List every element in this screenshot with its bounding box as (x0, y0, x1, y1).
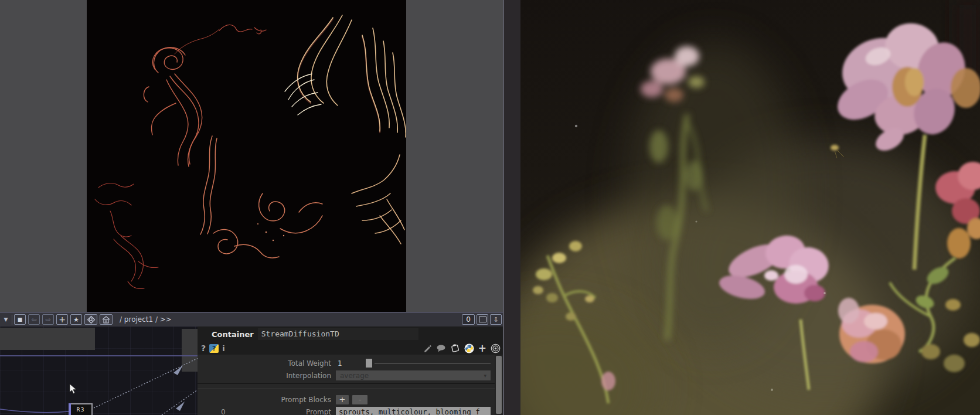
prompt-blocks-remove-button[interactable]: - (352, 395, 368, 404)
forward-button[interactable]: ⇨ (42, 314, 54, 325)
operator-family-label: Container (212, 330, 254, 339)
info-icon[interactable]: i (222, 344, 224, 353)
prompt-block-index: 0 (221, 408, 226, 415)
back-button[interactable]: ⇦ (28, 314, 40, 325)
help-icon[interactable]: ? (201, 343, 206, 353)
python-icon[interactable] (464, 343, 474, 353)
mouse-cursor (69, 383, 77, 394)
flower-scene (520, 0, 980, 415)
stop-button[interactable]: ■ (14, 314, 26, 325)
comment-bubble-icon[interactable] (436, 344, 446, 353)
operator-name-field[interactable]: StreamDiffusionTD (258, 328, 418, 340)
chop-node[interactable]: R3 (69, 403, 93, 415)
chevron-down-icon: ▾ (484, 373, 486, 379)
pane-menu-arrow-icon[interactable]: ▼ (2, 317, 10, 322)
parameter-scrollbar[interactable] (495, 355, 503, 415)
add-parameter-icon[interactable]: + (478, 343, 486, 353)
prompt-text-field[interactable]: sprouts, multicolour, blooming f (336, 407, 491, 415)
prompt-blocks-add-button[interactable]: + (336, 395, 349, 404)
interpolation-value: average (340, 372, 369, 380)
parameter-body: Total Weight 1 Interpolation average (198, 355, 495, 415)
prompt-blocks-label[interactable]: Prompt Blocks (198, 396, 336, 404)
touchdesigner-window: ▼ ■ ⇦ ⇨ + ★ / project1 / >> (0, 0, 980, 415)
pane-toolbar: ▼ ■ ⇦ ⇨ + ★ / project1 / >> (0, 312, 503, 326)
home-network-button[interactable] (100, 314, 113, 325)
total-weight-label[interactable]: Total Weight (198, 359, 336, 368)
maximize-pane-button[interactable] (477, 314, 488, 325)
node-select-strip (69, 403, 71, 415)
param-row-total-weight: Total Weight 1 (198, 357, 495, 369)
zoom-diamond-icon (87, 315, 96, 324)
slider-track (375, 363, 491, 363)
parameter-panel: Container StreamDiffusionTD ? ? i (198, 326, 503, 415)
parameter-help-bar: ? ? i (198, 342, 503, 355)
network-editor[interactable]: R3 (0, 326, 198, 415)
interpolation-dropdown[interactable]: average ▾ (336, 370, 491, 380)
add-pane-button[interactable]: + (56, 314, 68, 325)
param-row-interpolation: Interpolation average ▾ (198, 369, 495, 382)
node-label: R3 (77, 407, 85, 413)
generated-flower-image (520, 0, 980, 415)
home-icon (101, 315, 111, 324)
zoom-to-fit-button[interactable] (84, 314, 97, 325)
total-weight-slider[interactable] (362, 359, 491, 368)
bookmark-button[interactable]: ★ (70, 314, 82, 325)
flow-lineart (87, 0, 406, 312)
bullseye-icon[interactable] (491, 343, 501, 353)
top-viewer[interactable] (87, 0, 406, 312)
param-row-prompt-blocks: Prompt Blocks + - (198, 393, 495, 406)
python-help-icon[interactable]: ? (209, 344, 219, 353)
pencil-icon[interactable] (423, 343, 432, 353)
maximize-icon (479, 317, 486, 322)
left-pane: ▼ ■ ⇦ ⇨ + ★ / project1 / >> (0, 0, 503, 415)
collapse-pane-button[interactable]: ⇩ (490, 314, 502, 325)
output-pane[interactable] (503, 0, 980, 415)
network-wires (0, 326, 198, 415)
scrollbar-thumb[interactable] (496, 356, 502, 414)
total-weight-value[interactable]: 1 (336, 359, 362, 368)
network-path-breadcrumb[interactable]: / project1 / >> (120, 315, 172, 324)
param-row-prompt: 0 Prompt sprouts, multicolour, blooming … (198, 406, 495, 415)
copy-parameters-icon[interactable] (450, 343, 460, 353)
parameter-section-divider (198, 383, 495, 389)
frame-number-field[interactable]: 0 (462, 314, 475, 325)
toolbar-divider (12, 315, 12, 325)
prompt-label[interactable]: Prompt (198, 408, 336, 415)
slider-handle[interactable] (366, 359, 372, 368)
interpolation-label[interactable]: Interpolation (198, 372, 336, 380)
parameter-header: Container StreamDiffusionTD (198, 326, 503, 342)
